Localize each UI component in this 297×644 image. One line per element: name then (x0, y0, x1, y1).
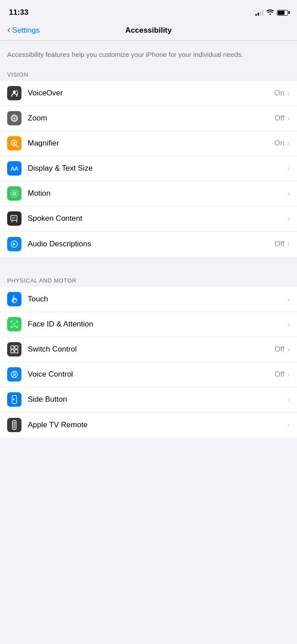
svg-point-26 (14, 421, 15, 423)
switch-control-right: Off › (275, 345, 290, 354)
voice-control-icon (7, 367, 21, 382)
svg-rect-28 (13, 426, 15, 427)
side-button-label: Side Button (28, 395, 67, 404)
vision-settings-list: VoiceOver On › Zoom Off › (0, 81, 297, 257)
face-id-row[interactable]: Face ID & Attention › (0, 312, 297, 337)
touch-icon (7, 292, 21, 306)
spoken-content-icon (7, 211, 21, 226)
display-text-size-icon: AA (7, 161, 21, 176)
touch-right: › (287, 295, 290, 304)
switch-control-chevron-icon: › (287, 345, 290, 354)
spoken-content-right: › (287, 214, 290, 223)
display-text-size-row[interactable]: AA Display & Text Size › (0, 156, 297, 181)
battery-icon (277, 10, 288, 16)
touch-row[interactable]: Touch › (0, 287, 297, 312)
svg-point-15 (13, 323, 14, 324)
motion-content: Motion › (28, 189, 290, 198)
svg-point-0 (13, 90, 16, 93)
side-button-icon (7, 392, 21, 407)
svg-point-22 (13, 373, 16, 375)
side-button-content: Side Button › (28, 395, 290, 404)
svg-rect-27 (13, 425, 15, 425)
voiceover-value: On (274, 89, 284, 98)
spoken-content-label: Spoken Content (28, 214, 82, 223)
side-button-chevron-icon: › (287, 395, 290, 404)
nav-bar: ‹ Settings Accessibility (0, 22, 297, 41)
zoom-icon (7, 111, 21, 125)
audio-descriptions-content: Audio Descriptions Off › (28, 239, 290, 249)
switch-control-icon (7, 342, 21, 356)
face-id-label: Face ID & Attention (28, 320, 93, 329)
switch-control-content: Switch Control Off › (28, 345, 290, 354)
voiceover-label: VoiceOver (28, 89, 63, 98)
zoom-label: Zoom (28, 114, 47, 123)
signal-icon (255, 9, 263, 16)
page-title: Accessibility (125, 26, 172, 35)
svg-line-5 (16, 145, 18, 147)
switch-control-label: Switch Control (28, 345, 77, 354)
touch-label: Touch (28, 295, 48, 304)
audio-descriptions-row[interactable]: Audio Descriptions Off › (0, 232, 297, 257)
voiceover-row[interactable]: VoiceOver On › (0, 81, 297, 106)
voiceover-content: VoiceOver On › (28, 89, 290, 98)
status-time: 11:33 (9, 8, 28, 17)
apple-tv-remote-content: Apple TV Remote › (28, 420, 290, 429)
voice-control-chevron-icon: › (287, 370, 290, 379)
audio-descriptions-label: Audio Descriptions (28, 240, 91, 249)
audio-descriptions-chevron-icon: › (287, 239, 290, 249)
back-button[interactable]: ‹ Settings (7, 26, 40, 35)
magnifier-label: Magnifier (28, 139, 59, 148)
description-section: Accessibility features help you customiz… (0, 41, 297, 67)
switch-control-value: Off (275, 345, 284, 354)
display-text-size-content: Display & Text Size › (28, 164, 290, 173)
motion-row[interactable]: Motion › (0, 181, 297, 206)
audio-descriptions-right: Off › (275, 239, 290, 249)
zoom-row[interactable]: Zoom Off › (0, 106, 297, 131)
svg-point-2 (13, 117, 15, 119)
spoken-content-chevron-icon: › (287, 214, 290, 223)
zoom-chevron-icon: › (287, 114, 290, 123)
back-chevron-icon: ‹ (7, 25, 10, 35)
voiceover-chevron-icon: › (287, 89, 290, 98)
vision-section-header: VISION (0, 67, 297, 81)
svg-point-16 (15, 323, 16, 324)
voice-control-value: Off (275, 370, 284, 379)
touch-content: Touch › (28, 295, 290, 304)
wifi-icon (266, 9, 274, 17)
audio-descriptions-icon (7, 237, 21, 251)
back-label: Settings (12, 26, 39, 35)
physical-motor-settings-list: Touch › Face ID & Attention › (0, 287, 297, 438)
magnifier-right: On › (274, 139, 290, 148)
svg-rect-20 (15, 350, 18, 353)
magnifier-value: On (274, 139, 284, 148)
motion-chevron-icon: › (287, 189, 290, 198)
apple-tv-remote-row[interactable]: Apple TV Remote › (0, 412, 297, 438)
apple-tv-remote-right: › (287, 420, 290, 429)
group-separator (0, 257, 297, 273)
spoken-content-content: Spoken Content › (28, 214, 290, 223)
magnifier-chevron-icon: › (287, 139, 290, 148)
side-button-row[interactable]: Side Button › (0, 387, 297, 412)
spoken-content-row[interactable]: Spoken Content › (0, 206, 297, 232)
display-text-size-label: Display & Text Size (28, 164, 93, 173)
vision-header-text: VISION (7, 71, 28, 78)
magnifier-row[interactable]: Magnifier On › (0, 131, 297, 156)
svg-rect-19 (11, 350, 14, 353)
svg-point-10 (14, 193, 15, 194)
audio-descriptions-value: Off (275, 240, 284, 249)
face-id-content: Face ID & Attention › (28, 320, 290, 329)
zoom-content: Zoom Off › (28, 114, 290, 123)
voice-control-content: Voice Control Off › (28, 370, 290, 379)
apple-tv-remote-label: Apple TV Remote (28, 421, 88, 429)
voice-control-row[interactable]: Voice Control Off › (0, 362, 297, 387)
switch-control-row[interactable]: Switch Control Off › (0, 337, 297, 362)
svg-rect-11 (11, 215, 17, 220)
zoom-right: Off › (275, 114, 290, 123)
display-text-size-chevron-icon: › (287, 164, 290, 173)
physical-motor-section-header: PHYSICAL AND MOTOR (0, 273, 297, 287)
svg-rect-18 (15, 346, 18, 349)
zoom-value: Off (275, 114, 284, 123)
magnifier-content: Magnifier On › (28, 139, 290, 148)
face-id-right: › (287, 320, 290, 329)
voice-control-right: Off › (275, 370, 290, 379)
